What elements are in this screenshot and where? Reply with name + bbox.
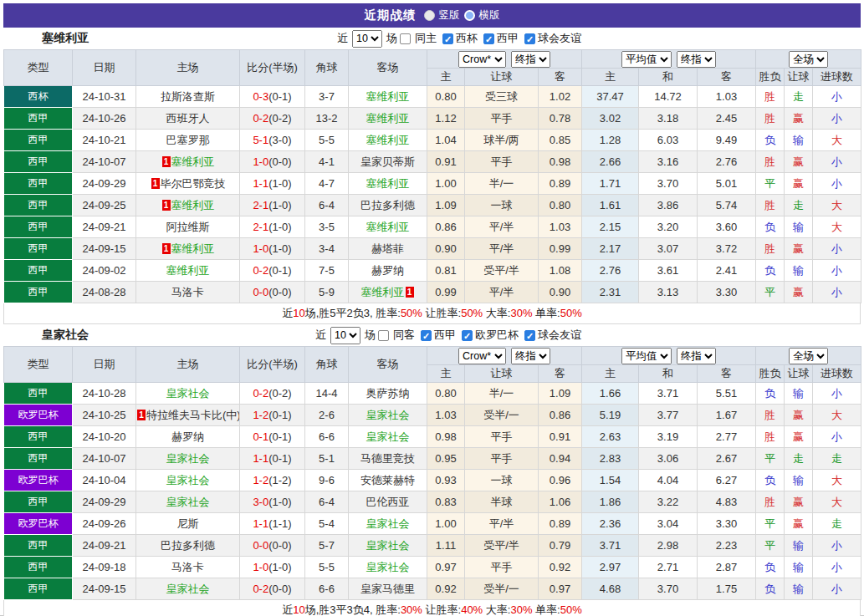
recent-count-select[interactable]: 10 xyxy=(330,327,360,344)
summary-text: 让胜率: xyxy=(422,307,461,319)
odds-home-cell: 0.80 xyxy=(427,383,465,405)
sub-header-2: 让球 xyxy=(465,365,539,383)
results-table: 类型日期主场比分(半场)角球客场Crow*终指平均值终指全场主让球客主和客胜负让… xyxy=(3,49,861,303)
section-header: 皇家社会近10场同客✓西甲✓欧罗巴杯✓球会友谊 xyxy=(3,324,861,346)
away-team-name: 塞维利亚 xyxy=(366,134,410,146)
recent-count-select[interactable]: 10 xyxy=(352,30,382,48)
sub-header-5: 和 xyxy=(639,69,698,86)
horizontal-layout-label: 横版 xyxy=(479,8,500,23)
home-cell: 皇家社会 xyxy=(136,470,240,491)
filter-checkbox-3[interactable]: ✓ xyxy=(462,330,473,341)
away-team-text: 塞维利亚 xyxy=(361,286,405,298)
fulltime-score: 1-1 xyxy=(253,452,268,465)
odds-company-select[interactable]: Crow* xyxy=(458,51,506,68)
filter-label-4: 球会友谊 xyxy=(538,328,581,343)
sub-header-8: 让球 xyxy=(785,365,813,383)
league-cell: 西甲 xyxy=(4,535,73,557)
home-team-text: 毕尔巴鄂竞技 xyxy=(161,177,226,190)
table-row: 西杯24-10-31拉斯洛查斯0-3(0-1)3-7塞维利亚0.80受三球1.0… xyxy=(4,86,861,108)
home-team-name: 皇家社会 xyxy=(166,474,210,486)
odds-time-select-2[interactable]: 终指 xyxy=(677,51,716,68)
home-team-name: 尼斯 xyxy=(177,517,199,530)
home-team-text: 皇家社会 xyxy=(166,496,210,508)
avg-away-cell: 2.45 xyxy=(698,108,756,130)
score-cell: 2-1(1-0) xyxy=(240,216,305,238)
avg-away-cell: 5.01 xyxy=(698,173,756,195)
away-cell: 塞维利亚 xyxy=(349,130,427,151)
away-cell: 皇家社会 xyxy=(349,426,427,448)
league-cell: 西甲 xyxy=(4,195,73,216)
league-cell: 西甲 xyxy=(4,130,73,151)
fulltime-select[interactable]: 全场 xyxy=(789,348,828,364)
horizontal-layout-radio[interactable] xyxy=(464,10,475,21)
away-cell: 皇家社会 xyxy=(349,557,427,578)
odds-home-cell: 0.81 xyxy=(427,260,465,282)
league-cell: 西甲 xyxy=(4,578,73,600)
away-team-name: 皇家社会 xyxy=(366,430,410,443)
average-select[interactable]: 平均值 xyxy=(621,348,672,364)
date-cell: 24-09-29 xyxy=(73,173,136,195)
table-row: 西甲24-09-251塞维利亚2-1(1-0)6-4巴拉多利德1.09一球0.8… xyxy=(4,195,861,216)
home-cell: 巴塞罗那 xyxy=(136,130,240,151)
column-header-6: 客场 xyxy=(349,347,427,383)
odds-home-cell: 0.83 xyxy=(427,491,465,513)
filter-checkbox-2[interactable]: ✓ xyxy=(421,330,432,341)
odds-time-select-2[interactable]: 终指 xyxy=(677,348,716,364)
result-goals-cell: 走 xyxy=(813,513,861,535)
corners-cell: 3-4 xyxy=(305,238,349,260)
team-section-2: 皇家社会近10场同客✓西甲✓欧罗巴杯✓球会友谊类型日期主场比分(半场)角球客场C… xyxy=(3,324,861,616)
summary-value: 30% xyxy=(401,603,422,616)
filter-checkbox-4[interactable]: ✓ xyxy=(524,330,535,341)
result-handicap-cell: 输 xyxy=(785,130,813,151)
date-cell: 24-10-28 xyxy=(73,383,136,405)
away-cell: 皇家马德里 xyxy=(349,578,427,600)
avg-away-cell: 1.03 xyxy=(698,86,756,108)
table-row: 西甲24-09-02塞维利亚0-2(0-1)7-5赫罗纳0.81受平/半1.08… xyxy=(4,260,861,282)
result-handicap-cell: 赢 xyxy=(785,513,813,535)
column-header-6: 客场 xyxy=(349,50,427,86)
home-team-text: 马洛卡 xyxy=(171,286,204,298)
vertical-layout-radio[interactable] xyxy=(424,10,435,21)
odds-away-cell: 1.03 xyxy=(539,216,582,238)
home-team-text: 尼斯 xyxy=(177,517,199,530)
filter-checkbox-2[interactable]: ✓ xyxy=(442,33,453,44)
sub-header-1: 主 xyxy=(427,365,465,383)
odds-time-select-1[interactable]: 终指 xyxy=(511,51,550,68)
away-team-text: 马德里竞技 xyxy=(360,452,415,465)
avg-away-cell: 6.27 xyxy=(698,470,756,491)
sub-header-4: 主 xyxy=(582,365,639,383)
result-goals-cell: 小 xyxy=(813,238,861,260)
home-cell: 尼斯 xyxy=(136,513,240,535)
date-cell: 24-09-26 xyxy=(73,513,136,535)
odds-away-cell: 0.97 xyxy=(539,578,582,600)
table-row: 欧罗巴杯24-09-26尼斯1-1(1-1)5-4皇家社会1.00平/半0.89… xyxy=(4,513,861,535)
away-team-text: 奥萨苏纳 xyxy=(366,387,410,400)
fulltime-score: 3-0 xyxy=(253,496,268,508)
sub-header-6: 客 xyxy=(698,69,756,86)
odds-handicap-cell: 平/半 xyxy=(465,282,539,303)
filter-checkbox-1[interactable] xyxy=(400,33,411,44)
table-row: 西甲24-09-29皇家社会3-0(1-0)6-4巴伦西亚0.83半球1.061… xyxy=(4,491,861,513)
fulltime-score: 1-0 xyxy=(253,155,268,168)
filter-checkbox-4[interactable]: ✓ xyxy=(524,33,535,44)
fulltime-select[interactable]: 全场 xyxy=(789,51,828,68)
odds-company-select[interactable]: Crow* xyxy=(458,348,506,364)
filter-checkbox-1[interactable] xyxy=(378,330,389,341)
avg-draw-cell: 3.22 xyxy=(639,491,698,513)
summary-text: 大率: xyxy=(483,307,510,319)
away-team-name: 皇家社会 xyxy=(366,561,410,573)
league-cell: 欧罗巴杯 xyxy=(4,405,73,426)
away-cell: 皇家社会 xyxy=(349,535,427,557)
odds-time-select-1[interactable]: 终指 xyxy=(511,348,550,364)
filter-checkbox-3[interactable]: ✓ xyxy=(483,33,494,44)
avg-draw-cell: 3.18 xyxy=(639,108,698,130)
odds-home-cell: 0.99 xyxy=(427,282,465,303)
average-select[interactable]: 平均值 xyxy=(621,51,672,68)
avg-home-cell: 3.71 xyxy=(582,535,639,557)
sub-header-7: 胜负 xyxy=(756,365,785,383)
corners-cell: 3-7 xyxy=(305,86,349,108)
home-team-name: 1特拉维夫马卡比(中) xyxy=(136,409,240,421)
team-name-title: 塞维利亚 xyxy=(3,31,89,46)
results-table: 类型日期主场比分(半场)角球客场Crow*终指平均值终指全场主让球客主和客胜负让… xyxy=(3,346,861,600)
score-cell: 1-0(1-0) xyxy=(240,557,305,578)
